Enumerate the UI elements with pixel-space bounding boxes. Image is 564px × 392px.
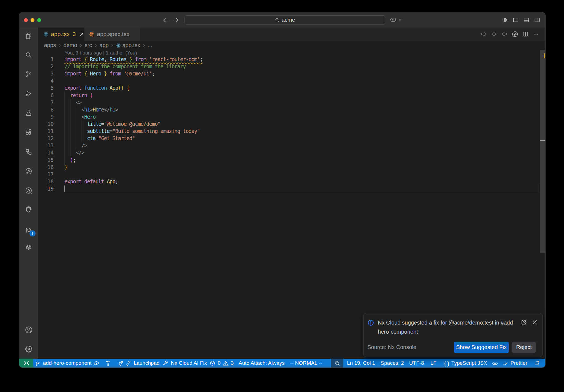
notification-configure-icon[interactable] <box>520 319 527 325</box>
next-change-icon[interactable] <box>501 31 508 37</box>
line-number: 12 <box>38 135 54 142</box>
code-line-6[interactable]: 6 return ( <box>38 92 545 99</box>
code-line-12[interactable]: 12 cta="Get Started" <box>38 135 545 142</box>
status-item-cursor-position[interactable]: Ln 19, Col 1 <box>347 360 375 366</box>
status-label: Prettier <box>511 360 527 366</box>
git-branch-icon <box>35 360 41 366</box>
status-item-problems[interactable]: 03 <box>210 360 234 366</box>
code-line-16[interactable]: 16} <box>38 164 545 171</box>
notification-source: Source: Nx Console <box>367 344 416 350</box>
show-suggested-fix-button[interactable]: Show Suggested Fix <box>454 342 509 353</box>
split-editor-icon[interactable] <box>522 31 529 37</box>
editor[interactable]: You, 3 hours ago | 1 author (You) 1impor… <box>38 50 545 359</box>
tab-app-spec-tsx[interactable]: app.spec.tsx <box>85 28 140 41</box>
activity-bar-item-source-control[interactable] <box>19 68 38 81</box>
status-item-vim-mode[interactable]: -- NORMAL -- <box>290 360 322 366</box>
status-label: Auto Attach: Always <box>239 360 285 366</box>
status-item-nx-cloud-fix[interactable]: Nx Cloud AI Fix <box>163 360 207 366</box>
previous-change-icon[interactable] <box>480 31 487 37</box>
status-item-notifications[interactable] <box>534 360 540 366</box>
line-number: 4 <box>38 77 54 84</box>
line-number: 10 <box>38 120 54 127</box>
breadcrumb-item[interactable]: demo <box>63 42 77 48</box>
current-change-icon[interactable] <box>491 31 497 37</box>
layout-controls <box>502 17 540 23</box>
status-item-auto-attach[interactable]: Auto Attach: Always <box>239 360 285 366</box>
activity-bar-item-commit-graph[interactable] <box>19 165 38 178</box>
navigate-forward-icon[interactable] <box>173 17 179 23</box>
reject-button[interactable]: Reject <box>512 342 536 353</box>
status-item-language-mode[interactable]: {}TypeScript JSX <box>443 360 487 366</box>
status-item-branch[interactable]: add-hero-component <box>35 360 99 366</box>
copilot-menu[interactable] <box>390 16 402 23</box>
warning-squiggle: import { Route, Routes } from 'react-rou… <box>64 56 203 62</box>
breadcrumb-item[interactable]: src <box>85 42 92 48</box>
code-line-15[interactable]: 15 ); <box>38 156 545 164</box>
code-text: import { Route, Routes } from 'react-rou… <box>64 56 203 63</box>
zoom-window-button[interactable] <box>37 18 41 22</box>
code-line-10[interactable]: 10 title="Welcmoe @acme/demo" <box>38 120 545 127</box>
notification-close-icon[interactable] <box>532 319 538 325</box>
editor-scrollbar[interactable] <box>540 50 545 253</box>
code-line-4[interactable]: 4 <box>38 77 545 84</box>
activity-bar-item-project-structure[interactable] <box>19 145 38 159</box>
activity-bar-item-nx-console[interactable]: 1 <box>19 224 38 237</box>
code-line-14[interactable]: 14 </> <box>38 149 545 156</box>
code-line-13[interactable]: 13 /> <box>38 142 545 149</box>
status-item-zoom[interactable] <box>331 359 343 368</box>
status-item-indentation[interactable]: Spaces: 2 <box>381 360 404 366</box>
activity-bar-item-account[interactable] <box>19 323 38 336</box>
navigate-back-icon[interactable] <box>162 17 169 23</box>
code-line-9[interactable]: 9 <Hero <box>38 113 545 120</box>
code-line-17[interactable]: 17 <box>38 171 545 178</box>
status-item-encoding[interactable]: UTF-8 <box>409 360 424 366</box>
toggle-panel-icon[interactable] <box>523 17 530 23</box>
error-icon <box>210 360 215 366</box>
toggle-secondary-sidebar-icon[interactable] <box>534 17 540 23</box>
breadcrumb-item[interactable]: app.tsx <box>122 42 140 48</box>
breadcrumb-item[interactable]: ... <box>148 42 152 48</box>
status-item-graph[interactable] <box>105 360 111 366</box>
more-actions-icon[interactable] <box>533 31 539 37</box>
close-tab-icon[interactable] <box>80 32 84 37</box>
customize-layout-icon[interactable] <box>502 17 508 23</box>
activity-bar-item-search[interactable] <box>19 48 38 62</box>
commit-graph-circle-icon[interactable] <box>512 31 518 37</box>
breadcrumb-item[interactable]: apps <box>44 42 56 48</box>
chevron-down-icon <box>398 18 402 22</box>
line-number: 6 <box>38 92 54 99</box>
code-line-5[interactable]: 5export function App() { <box>38 84 545 91</box>
status-item-copilot-status[interactable] <box>492 360 498 366</box>
activity-bar-item-edge-devtools[interactable] <box>19 203 38 216</box>
indent-guide <box>64 92 65 164</box>
status-item-formatter[interactable]: Prettier <box>503 360 527 366</box>
code-line-18[interactable]: 18export default App; <box>38 178 545 185</box>
titlebar: acme <box>19 12 545 28</box>
project-structure-icon <box>25 148 32 156</box>
activity-bar-item-containers[interactable] <box>19 241 38 254</box>
minimize-window-button[interactable] <box>31 18 34 22</box>
toggle-primary-sidebar-icon[interactable] <box>513 17 519 23</box>
status-item-launchpad[interactable]: Launchpad <box>118 360 159 366</box>
activity-bar-item-extensions[interactable] <box>19 126 38 139</box>
line-number: 18 <box>38 178 54 185</box>
code-line-7[interactable]: 7 <> <box>38 99 545 106</box>
activity-bar-item-testing[interactable] <box>19 106 38 119</box>
code-line-1[interactable]: 1import { Route, Routes } from 'react-ro… <box>38 56 545 63</box>
tab-app-tsx[interactable]: app.tsx 3 <box>38 28 84 41</box>
activity-bar-item-settings[interactable] <box>19 342 38 355</box>
code-text: </> <box>64 149 84 156</box>
code-line-8[interactable]: 8 <h1>Home</h1> <box>38 106 545 113</box>
activity-bar-item-run-debug[interactable] <box>19 87 38 100</box>
remote-indicator[interactable] <box>19 359 33 368</box>
command-center-search[interactable]: acme <box>185 15 385 24</box>
code-line-11[interactable]: 11 subtitle="Build something amazing tod… <box>38 127 545 135</box>
close-window-button[interactable] <box>24 18 28 22</box>
activity-bar-item-graph-search[interactable] <box>19 184 38 197</box>
breadcrumb-item[interactable]: app <box>99 42 109 48</box>
activity-bar-item-explorer[interactable] <box>19 29 38 42</box>
code-line-3[interactable]: 3import { Hero } from '@acme/ui'; <box>38 70 545 77</box>
code-text: <h1>Home</h1> <box>64 106 118 113</box>
status-item-eol[interactable]: LF <box>430 360 436 366</box>
code-line-2[interactable]: 2// importing the component from the lib… <box>38 63 545 70</box>
